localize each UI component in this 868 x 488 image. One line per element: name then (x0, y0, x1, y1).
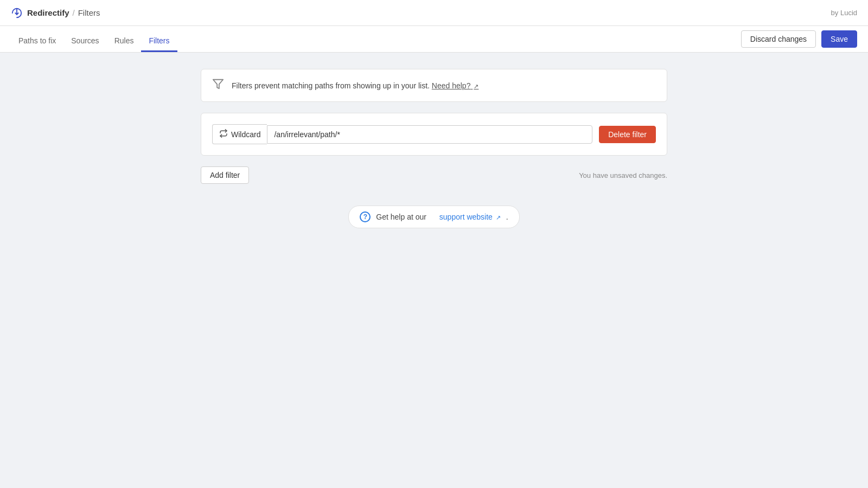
tab-paths-to-fix[interactable]: Paths to fix (11, 30, 63, 52)
external-link-icon-2: ↗ (496, 214, 501, 221)
page-title: Filters (78, 8, 100, 17)
help-text-after: . (506, 213, 508, 221)
filter-type-label: Wildcard (231, 130, 260, 139)
filter-footer: Add filter You have unsaved changes. (201, 166, 667, 184)
tab-list: Paths to fix Sources Rules Filters (11, 26, 177, 52)
nav-separator: / (73, 8, 75, 17)
help-circle-icon: ? (360, 211, 371, 222)
need-help-link[interactable]: Need help? ↗ (432, 81, 479, 90)
unsaved-message: You have unsaved changes. (579, 171, 667, 179)
wildcard-icon (219, 129, 228, 139)
navbar-attribution: by Lucid (831, 9, 857, 17)
filter-card: Wildcard Delete filter (201, 113, 667, 156)
navbar-left: Redirectify / Filters (11, 7, 100, 19)
delete-filter-button[interactable]: Delete filter (599, 126, 656, 143)
app-brand[interactable]: Redirectify (27, 8, 69, 17)
save-button[interactable]: Save (821, 30, 857, 48)
help-text-before: Get help at our (376, 213, 426, 221)
main-content: Filters prevent matching paths from show… (190, 53, 678, 245)
discard-changes-button[interactable]: Discard changes (741, 30, 816, 48)
delete-btn-wrapper: Delete filter (599, 126, 656, 143)
help-box: ? Get help at our support website ↗ . (348, 206, 519, 228)
tabbar: Paths to fix Sources Rules Filters Disca… (0, 26, 868, 53)
tab-actions: Discard changes Save (741, 26, 857, 52)
external-link-icon: ↗ (474, 83, 478, 89)
add-filter-button[interactable]: Add filter (201, 166, 249, 184)
support-website-link[interactable]: support website ↗ (439, 213, 501, 221)
filter-row: Wildcard Delete filter (212, 124, 656, 144)
navbar: Redirectify / Filters by Lucid (0, 0, 868, 26)
tab-filters[interactable]: Filters (141, 30, 177, 52)
info-banner: Filters prevent matching paths from show… (201, 69, 667, 102)
redirectify-logo-icon (11, 7, 23, 19)
filter-path-input[interactable] (267, 125, 592, 144)
tab-sources[interactable]: Sources (63, 30, 106, 52)
info-banner-text: Filters prevent matching paths from show… (232, 81, 478, 90)
filter-type-dropdown[interactable]: Wildcard (212, 124, 267, 144)
filter-info-icon (212, 78, 224, 93)
tab-rules[interactable]: Rules (107, 30, 142, 52)
